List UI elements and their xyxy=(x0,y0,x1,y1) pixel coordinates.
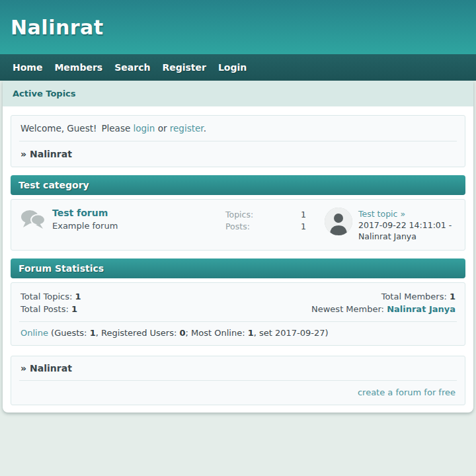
main-nav: Home Members Search Register Login xyxy=(0,54,476,81)
category-header: Test category xyxy=(11,175,465,195)
breadcrumb-arrow-icon: » xyxy=(20,363,26,374)
online-guests-value: 1 xyxy=(90,328,96,338)
newest-member-line: Newest Member: Nalinrat Janya xyxy=(311,303,456,315)
online-most-value: 1 xyxy=(248,328,254,338)
last-post: Test topic » 2017-09-22 14:11:01 - Nalin… xyxy=(325,208,456,242)
forum-link[interactable]: Test forum xyxy=(52,208,108,218)
content-area: Welcome, Guest!Please login or register.… xyxy=(3,106,473,413)
stats-row: Total Topics: 1 Total Posts: 1 Total Mem… xyxy=(11,283,465,321)
online-most-prefix: ; Most Online: xyxy=(186,328,248,338)
total-posts-value: 1 xyxy=(71,304,77,314)
breadcrumb-arrow-icon: » xyxy=(20,149,26,159)
forum-main: Test forum Example forum xyxy=(20,208,225,233)
total-posts-line: Total Posts: 1 xyxy=(20,303,81,315)
welcome-greeting: Welcome, Guest! xyxy=(20,123,97,134)
breadcrumb: »Nalinrat xyxy=(11,141,465,167)
topics-count-line: Topics: 1 xyxy=(225,209,306,221)
nav-item-home[interactable]: Home xyxy=(7,62,48,73)
site-header: Nalinrat xyxy=(0,0,476,54)
total-topics-line: Total Topics: 1 xyxy=(20,290,81,303)
footer-breadcrumb: »Nalinrat xyxy=(11,356,465,380)
page: Nalinrat Home Members Search Register Lo… xyxy=(0,0,476,413)
total-posts-label: Total Posts: xyxy=(20,304,69,314)
forum-counts: Topics: 1 Posts: 1 xyxy=(225,209,306,233)
newest-member-label: Newest Member: xyxy=(311,304,384,314)
content-card: Active Topics Welcome, Guest!Please logi… xyxy=(3,81,473,413)
online-registered-value: 0 xyxy=(179,328,185,338)
stats-left-column: Total Topics: 1 Total Posts: 1 xyxy=(20,290,81,315)
nav-item-login[interactable]: Login xyxy=(212,62,253,73)
nav-item-search[interactable]: Search xyxy=(108,62,156,73)
last-topic-author: Nalinrat Janya xyxy=(358,231,452,242)
stats-header: Forum Statistics xyxy=(11,258,465,278)
online-row: Online (Guests: 1, Registered Users: 0; … xyxy=(11,322,465,345)
online-link[interactable]: Online xyxy=(20,328,48,338)
stats-right-column: Total Members: 1 Newest Member: Nalinrat… xyxy=(311,290,456,315)
forum-title-block: Test forum Example forum xyxy=(52,208,118,233)
welcome-panel: Welcome, Guest!Please login or register.… xyxy=(11,115,465,167)
posts-value: 1 xyxy=(301,221,306,233)
site-title[interactable]: Nalinrat xyxy=(11,16,104,39)
footer-panel: »Nalinrat create a forum for free xyxy=(11,356,465,405)
avatar[interactable] xyxy=(325,208,352,235)
login-link[interactable]: login xyxy=(134,123,155,134)
forum-description: Example forum xyxy=(52,221,118,231)
stats-panel: Total Topics: 1 Total Posts: 1 Total Mem… xyxy=(11,282,465,346)
posts-label: Posts: xyxy=(225,221,250,233)
topics-label: Topics: xyxy=(225,209,253,221)
newest-member-link[interactable]: Nalinrat Janya xyxy=(387,304,456,314)
total-members-line: Total Members: 1 xyxy=(311,290,456,303)
breadcrumb-home-link[interactable]: Nalinrat xyxy=(30,149,72,159)
total-topics-value: 1 xyxy=(75,292,81,301)
posts-count-line: Posts: 1 xyxy=(225,221,306,233)
footer-breadcrumb-home-link[interactable]: Nalinrat xyxy=(30,363,72,374)
chat-bubbles-icon xyxy=(20,209,46,233)
last-topic-link[interactable]: Test topic » xyxy=(358,209,405,219)
create-forum-row: create a forum for free xyxy=(11,381,465,405)
welcome-period: . xyxy=(204,123,206,134)
nav-item-register[interactable]: Register xyxy=(156,62,212,73)
total-topics-label: Total Topics: xyxy=(20,292,72,301)
total-members-label: Total Members: xyxy=(381,292,447,301)
create-forum-link[interactable]: create a forum for free xyxy=(358,387,456,397)
topics-value: 1 xyxy=(301,209,306,221)
online-guests-prefix: (Guests: xyxy=(51,328,90,338)
welcome-or: or xyxy=(158,123,167,134)
nav-item-members[interactable]: Members xyxy=(48,62,108,73)
last-post-info: Test topic » 2017-09-22 14:11:01 - Nalin… xyxy=(358,208,452,242)
register-link[interactable]: register xyxy=(170,123,204,134)
total-members-value: 1 xyxy=(450,292,456,301)
forum-row: Test forum Example forum Topics: 1 Posts… xyxy=(11,199,465,251)
active-topics-bar[interactable]: Active Topics xyxy=(3,81,473,106)
last-topic-date: 2017-09-22 14:11:01 - xyxy=(358,219,452,231)
welcome-message: Welcome, Guest!Please login or register. xyxy=(11,116,465,141)
welcome-please: Please xyxy=(101,123,130,134)
online-suffix: , set 2017-09-27) xyxy=(254,328,329,338)
online-registered-prefix: , Registered Users: xyxy=(96,328,180,338)
